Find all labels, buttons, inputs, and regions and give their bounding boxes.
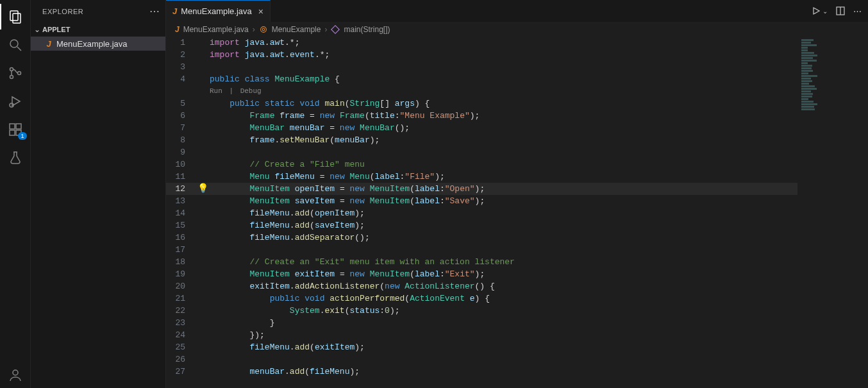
codelens-debug[interactable]: Debug [240, 85, 262, 97]
code-content[interactable]: fileMenu.add(openItem); [210, 207, 868, 219]
code-line[interactable]: 4public class MenuExample { [166, 73, 868, 85]
line-number: 9 [166, 146, 196, 158]
code-line[interactable]: 12💡 MenuItem openItem = new MenuItem(lab… [166, 183, 868, 195]
code-content[interactable]: public class MenuExample { [210, 73, 868, 85]
file-tree-item[interactable]: J MenuExample.java [31, 37, 165, 51]
code-line[interactable]: 6 Frame frame = new Frame(title:"Menu Ex… [166, 110, 868, 122]
line-number: 21 [166, 292, 196, 305]
breadcrumb-class[interactable]: MenuExample [272, 25, 321, 34]
editor-tab[interactable]: J MenuExample.java × [166, 0, 271, 22]
svg-marker-14 [814, 8, 819, 14]
lightbulb-icon[interactable]: 💡 [197, 183, 208, 195]
code-line[interactable]: 22 System.exit(status:0); [166, 305, 868, 317]
run-button[interactable]: ⌄ [811, 6, 828, 16]
editor-area: J MenuExample.java × ⌄ ⋯ J MenuExample.j… [166, 0, 868, 388]
code-line[interactable]: 10 // Create a "File" menu [166, 158, 868, 171]
breadcrumb[interactable]: J MenuExample.java › MenuExample › main(… [166, 22, 868, 37]
file-tree-item-label: MenuExample.java [56, 39, 128, 49]
code-line[interactable]: 19 MenuItem exitItem = new MenuItem(labe… [166, 268, 868, 280]
code-line[interactable]: 20 exitItem.addActionListener(new Action… [166, 280, 868, 292]
code-content[interactable]: fileMenu.add(exitItem); [210, 341, 868, 353]
code-line[interactable]: 7 MenuBar menuBar = new MenuBar(); [166, 122, 868, 134]
chevron-right-icon: › [253, 25, 255, 34]
close-icon[interactable]: × [258, 6, 263, 17]
code-line[interactable]: 3 [166, 61, 868, 73]
code-line[interactable]: 23 } [166, 317, 868, 329]
line-number: 12 [166, 183, 196, 195]
code-content[interactable]: MenuItem openItem = new MenuItem(label:"… [210, 183, 868, 195]
activity-testing-icon[interactable] [0, 145, 31, 171]
code-content[interactable]: public static void main(String[] args) { [210, 97, 868, 110]
code-line[interactable]: 2import java.awt.event.*; [166, 49, 868, 61]
svg-line-3 [17, 47, 21, 51]
code-line[interactable]: 9 [166, 146, 868, 158]
code-content[interactable] [210, 244, 868, 256]
line-number: 17 [166, 244, 196, 256]
activity-account-icon[interactable] [0, 362, 31, 388]
tab-bar: J MenuExample.java × ⌄ ⋯ [166, 0, 868, 22]
sidebar-more-icon[interactable]: ⋯ [149, 6, 160, 17]
activity-extensions-icon[interactable]: 1 [0, 117, 31, 142]
code-line[interactable]: 8 frame.setMenuBar(menuBar); [166, 134, 868, 146]
code-content[interactable] [210, 146, 868, 158]
code-line[interactable]: 14 fileMenu.add(openItem); [166, 207, 868, 219]
code-content[interactable]: // Create an "Exit" menu item with an ac… [210, 256, 868, 268]
more-actions-icon[interactable]: ⋯ [853, 6, 862, 16]
code-content[interactable]: System.exit(status:0); [210, 305, 868, 317]
code-content[interactable]: import java.awt.*; [210, 37, 868, 49]
code-content[interactable]: fileMenu.addSeparator(); [210, 232, 868, 244]
line-number: 19 [166, 268, 196, 280]
code-editor[interactable]: 1import java.awt.*;2import java.awt.even… [166, 37, 868, 388]
code-content[interactable]: }); [210, 329, 868, 341]
code-content[interactable]: MenuBar menuBar = new MenuBar(); [210, 122, 868, 134]
code-content[interactable]: Menu fileMenu = new Menu(label:"File"); [210, 171, 868, 183]
line-number: 2 [166, 49, 196, 61]
code-content[interactable]: MenuItem exitItem = new MenuItem(label:"… [210, 268, 868, 280]
svg-rect-10 [10, 130, 15, 135]
code-line[interactable]: 13 MenuItem saveItem = new MenuItem(labe… [166, 195, 868, 207]
code-content[interactable] [210, 61, 868, 73]
code-line[interactable]: 5 public static void main(String[] args)… [166, 97, 868, 110]
line-number: 27 [166, 366, 196, 378]
line-number: 15 [166, 219, 196, 232]
code-content[interactable]: Frame frame = new Frame(title:"Menu Exam… [210, 110, 868, 122]
code-line[interactable]: 17 [166, 244, 868, 256]
sidebar: EXPLORER ⋯ ⌄ APPLET J MenuExample.java [31, 0, 166, 388]
code-line[interactable]: 16 fileMenu.addSeparator(); [166, 232, 868, 244]
code-line[interactable]: 24 }); [166, 329, 868, 341]
code-content[interactable]: // Create a "File" menu [210, 158, 868, 171]
code-line[interactable]: 18 // Create an "Exit" menu item with an… [166, 256, 868, 268]
code-line[interactable]: 21 public void actionPerformed(ActionEve… [166, 292, 868, 305]
sidebar-folder[interactable]: ⌄ APPLET [31, 22, 165, 37]
activity-debug-icon[interactable] [0, 89, 31, 114]
breadcrumb-file[interactable]: MenuExample.java [183, 25, 249, 34]
code-content[interactable]: exitItem.addActionListener(new ActionLis… [210, 280, 868, 292]
code-line[interactable]: 27 menuBar.add(fileMenu); [166, 366, 868, 378]
code-line[interactable]: 11 Menu fileMenu = new Menu(label:"File"… [166, 171, 868, 183]
code-line[interactable]: 26 [166, 353, 868, 366]
code-content[interactable]: frame.setMenuBar(menuBar); [210, 134, 868, 146]
svg-point-18 [262, 28, 265, 31]
svg-point-17 [260, 26, 266, 32]
code-content[interactable] [210, 353, 868, 366]
breadcrumb-method[interactable]: main(String[]) [344, 25, 390, 34]
code-content[interactable]: menuBar.add(fileMenu); [210, 366, 868, 378]
activity-search-icon[interactable] [0, 32, 31, 58]
line-number: 25 [166, 341, 196, 353]
activity-bar: 1 [0, 0, 31, 388]
activity-explorer-icon[interactable] [0, 4, 31, 30]
code-content[interactable]: MenuItem saveItem = new MenuItem(label:"… [210, 195, 868, 207]
svg-point-13 [13, 370, 18, 375]
code-content[interactable]: public void actionPerformed(ActionEvent … [210, 292, 868, 305]
code-line[interactable]: 15 fileMenu.add(saveItem); [166, 219, 868, 232]
sidebar-title: EXPLORER [42, 8, 83, 15]
java-file-icon: J [175, 25, 179, 34]
code-content[interactable]: fileMenu.add(saveItem); [210, 219, 868, 232]
code-line[interactable]: 25 fileMenu.add(exitItem); [166, 341, 868, 353]
activity-scm-icon[interactable] [0, 60, 31, 86]
code-line[interactable]: 1import java.awt.*; [166, 37, 868, 49]
code-content[interactable]: import java.awt.event.*; [210, 49, 868, 61]
code-content[interactable]: } [210, 317, 868, 329]
codelens-run[interactable]: Run [210, 85, 222, 97]
split-editor-icon[interactable] [835, 6, 846, 16]
